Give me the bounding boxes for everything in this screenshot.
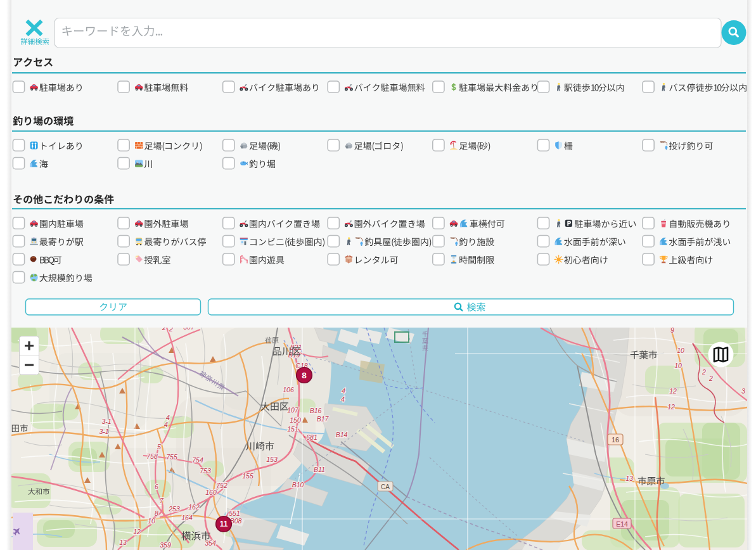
svg-text:12: 12 [133,528,141,535]
svg-text:2: 2 [708,374,713,382]
svg-text:753: 753 [200,467,211,475]
svg-text:160: 160 [205,489,217,496]
svg-text:359: 359 [160,541,171,549]
svg-text:164: 164 [181,514,193,521]
svg-text:6: 6 [155,483,158,490]
svg-text:752: 752 [216,482,227,489]
svg-text:13: 13 [119,539,127,546]
svg-text:B11: B11 [314,466,325,473]
svg-text:755: 755 [166,453,177,461]
svg-text:3: 3 [741,387,745,395]
svg-text:4: 4 [341,395,345,403]
svg-text:681: 681 [306,433,317,441]
svg-text:758: 758 [146,452,158,460]
svg-text:4: 4 [164,421,168,428]
svg-text:11: 11 [220,520,228,528]
svg-text:4: 4 [342,387,345,395]
svg-text:5: 5 [157,443,161,451]
svg-text:B21: B21 [290,343,302,351]
svg-text:153: 153 [266,456,278,463]
svg-text:10: 10 [677,347,684,354]
svg-text:12: 12 [669,387,677,395]
svg-text:CA: CA [381,483,390,490]
svg-text:12: 12 [667,403,675,411]
svg-text:106: 106 [283,386,294,393]
svg-text:354: 354 [205,539,216,547]
svg-text:10: 10 [148,517,155,525]
svg-text:253: 253 [168,505,180,513]
svg-text:8: 8 [302,371,307,380]
svg-text:10: 10 [674,362,682,369]
svg-text:B17: B17 [317,415,330,423]
svg-text:B16: B16 [310,407,322,414]
svg-text:B10: B10 [292,481,304,489]
svg-text:551: 551 [229,509,240,517]
svg-text:8: 8 [155,509,158,517]
svg-text:107: 107 [287,406,299,414]
svg-text:151: 151 [287,425,298,433]
svg-text:16: 16 [612,436,619,444]
svg-text:155: 155 [242,472,253,480]
svg-text:2: 2 [702,368,706,376]
svg-text:E14: E14 [616,520,628,528]
svg-text:754: 754 [192,456,203,464]
svg-text:3-1: 3-1 [101,418,111,425]
svg-text:162: 162 [188,503,200,511]
svg-text:150: 150 [290,416,301,424]
svg-text:3-1: 3-1 [99,428,108,435]
svg-text:B14: B14 [336,431,348,438]
svg-text:13: 13 [625,475,633,482]
